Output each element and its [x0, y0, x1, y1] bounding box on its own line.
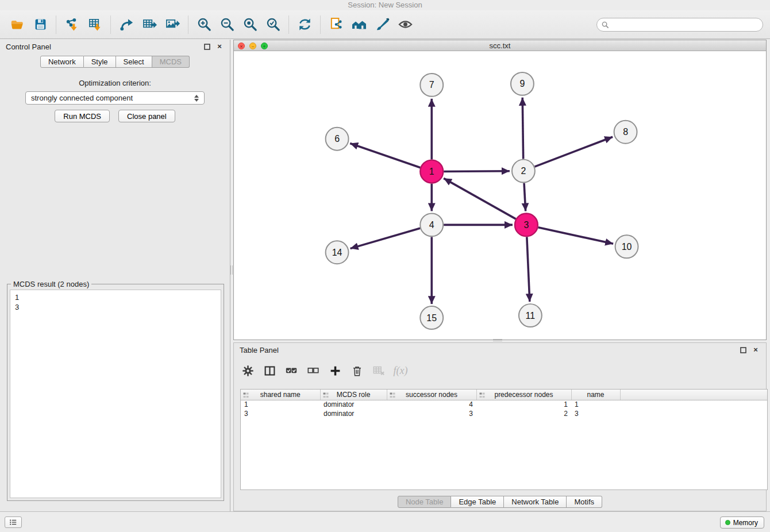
graph-edge-2-8[interactable] — [534, 137, 613, 167]
table-panel-header: Table Panel × — [234, 343, 766, 357]
optimization-criterion-select[interactable]: strongly connected component — [25, 91, 205, 105]
graph-node-2[interactable]: 2 — [512, 160, 535, 183]
zoom-selected-button[interactable] — [261, 13, 284, 36]
graph-node-10[interactable]: 10 — [615, 235, 638, 258]
delete-rows-button[interactable] — [348, 362, 366, 379]
graph-node-11[interactable]: 11 — [519, 304, 542, 327]
cell-successor-nodes[interactable]: 4 — [387, 400, 476, 409]
graph-edge-4-14[interactable] — [351, 228, 421, 248]
export-table-button[interactable] — [138, 13, 161, 36]
column-header-name[interactable]: name — [571, 390, 620, 400]
apply-function-button[interactable]: f(x) — [391, 362, 410, 379]
cell-predecessor-nodes[interactable]: 2 — [476, 409, 571, 418]
show-graphics-details-button[interactable] — [394, 13, 417, 36]
graph-node-9[interactable]: 9 — [511, 72, 534, 95]
graph-edge-3-1[interactable] — [444, 178, 516, 219]
tab-select[interactable]: Select — [116, 56, 152, 68]
node-table: shared name MCDS role successor nodes — [240, 389, 768, 490]
network-view-window: × − + scc.txt 7968124314101511 — [233, 40, 767, 340]
deselect-all-rows-button[interactable] — [304, 362, 322, 379]
control-panel-title: Control Panel — [6, 43, 199, 51]
select-all-rows-button[interactable] — [282, 362, 301, 379]
window-close-button[interactable]: × — [238, 43, 245, 49]
import-network-button[interactable] — [60, 13, 83, 36]
graph-edge-3-11[interactable] — [527, 237, 530, 302]
attribute-icon — [390, 392, 395, 400]
column-header-shared-name[interactable]: shared name — [241, 390, 320, 400]
graph-node-7[interactable]: 7 — [420, 74, 443, 97]
tab-motifs[interactable]: Motifs — [567, 496, 602, 508]
zoom-out-button[interactable] — [215, 13, 238, 36]
graph-node-6[interactable]: 6 — [326, 128, 349, 151]
cell-name[interactable]: 1 — [571, 400, 620, 409]
tab-edge-table[interactable]: Edge Table — [451, 496, 504, 508]
cell-shared-name[interactable]: 3 — [241, 409, 320, 418]
delete-table-button[interactable] — [369, 362, 388, 379]
tab-network[interactable]: Network — [40, 56, 84, 68]
window-maximize-button[interactable]: + — [261, 43, 268, 49]
network-window-titlebar[interactable]: × − + scc.txt — [234, 40, 766, 51]
cell-name[interactable]: 3 — [571, 409, 620, 418]
zoom-in-button[interactable] — [192, 13, 215, 36]
app-title: Session: New Session — [348, 1, 422, 9]
table-row[interactable]: 3 dominator 3 2 3 — [241, 409, 767, 418]
paintbrush-icon — [375, 17, 390, 32]
add-row-button[interactable] — [326, 362, 344, 379]
zoom-fit-button[interactable] — [238, 13, 261, 36]
graph-edge-2-3[interactable] — [524, 183, 526, 211]
cell-successor-nodes[interactable]: 3 — [387, 409, 476, 418]
memory-button[interactable]: Memory — [720, 516, 764, 529]
vertical-splitter-handle[interactable] — [230, 265, 233, 275]
network-canvas[interactable]: 7968124314101511 — [234, 52, 766, 340]
graph-edge-3-10[interactable] — [538, 228, 613, 244]
cell-mcds-role[interactable]: dominator — [320, 400, 387, 409]
close-panel-button-mcds[interactable]: Close panel — [118, 110, 175, 122]
cell-shared-name[interactable]: 1 — [241, 400, 320, 409]
float-panel-button[interactable] — [202, 42, 211, 51]
graph-node-3[interactable]: 3 — [515, 213, 538, 236]
graph-edge-2-9[interactable] — [522, 98, 523, 159]
graph-edge-1-6[interactable] — [350, 144, 420, 168]
export-image-button[interactable] — [161, 13, 184, 36]
new-network-button[interactable] — [115, 13, 138, 36]
search-input[interactable] — [612, 19, 763, 30]
apply-style-button[interactable] — [371, 13, 394, 36]
network-overview-button[interactable] — [348, 13, 371, 36]
tab-style[interactable]: Style — [84, 56, 116, 68]
graph-node-15[interactable]: 15 — [420, 306, 443, 329]
table-panel-title: Table Panel — [240, 346, 735, 354]
graph-node-14[interactable]: 14 — [326, 241, 349, 264]
table-row[interactable]: 1 dominator 4 1 1 — [241, 400, 767, 409]
mcds-result-list[interactable]: 1 3 — [10, 290, 221, 498]
cell-predecessor-nodes[interactable]: 1 — [476, 400, 571, 409]
close-panel-button[interactable]: × — [215, 42, 224, 51]
column-header-successor-nodes[interactable]: successor nodes — [387, 390, 476, 400]
graph-edge-1-2[interactable] — [444, 171, 510, 172]
column-settings-button[interactable] — [238, 362, 257, 379]
column-header-mcds-role[interactable]: MCDS role — [320, 390, 387, 400]
refresh-view-button[interactable] — [293, 13, 316, 36]
save-session-button[interactable] — [29, 13, 52, 36]
table-close-panel-button[interactable]: × — [751, 345, 760, 354]
tab-network-table[interactable]: Network Table — [504, 496, 567, 508]
show-columns-button[interactable] — [260, 362, 279, 379]
task-history-button[interactable] — [5, 516, 22, 528]
network-from-clipboard-button[interactable] — [325, 13, 348, 36]
open-session-button[interactable] — [6, 13, 29, 36]
window-minimize-button[interactable]: − — [249, 43, 256, 49]
table-float-panel-button[interactable] — [738, 345, 748, 354]
import-table-button[interactable] — [83, 13, 106, 36]
table-toolbar: f(x) — [238, 361, 410, 380]
column-header-predecessor-nodes[interactable]: predecessor nodes — [476, 390, 571, 400]
graph-node-8[interactable]: 8 — [614, 121, 637, 144]
tab-node-table[interactable]: Node Table — [398, 496, 452, 508]
graph-node-4[interactable]: 4 — [420, 213, 443, 236]
tab-mcds[interactable]: MCDS — [152, 56, 190, 68]
toolbar-separator — [56, 16, 56, 34]
cell-mcds-role[interactable]: dominator — [320, 409, 387, 418]
network-graph[interactable]: 7968124314101511 — [234, 52, 766, 340]
run-mcds-button[interactable]: Run MCDS — [55, 110, 110, 122]
graph-node-1[interactable]: 1 — [420, 160, 443, 183]
select-spinner-icon — [192, 95, 201, 102]
horizontal-splitter-handle[interactable] — [493, 339, 502, 341]
